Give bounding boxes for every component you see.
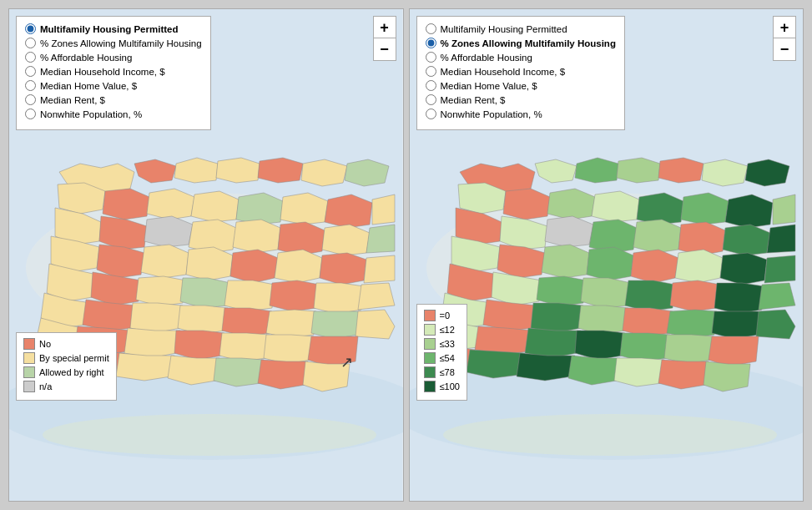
svg-marker-39 xyxy=(270,280,320,311)
svg-marker-53 xyxy=(174,331,224,360)
right-radio-pah[interactable]: % Affordable Housing xyxy=(426,52,616,63)
svg-marker-123 xyxy=(467,350,525,378)
svg-marker-120 xyxy=(664,335,714,364)
svg-marker-55 xyxy=(264,335,314,364)
svg-marker-98 xyxy=(764,255,795,283)
svg-marker-82 xyxy=(773,194,795,225)
legend-swatch-12 xyxy=(424,324,436,336)
svg-marker-7 xyxy=(258,158,303,183)
svg-marker-112 xyxy=(667,310,717,338)
svg-marker-104 xyxy=(670,280,720,311)
svg-marker-40 xyxy=(314,283,364,314)
right-legend: =0 ≤12 ≤33 ≤54 ≤78 ≤100 xyxy=(416,304,467,401)
legend-item-12: ≤12 xyxy=(424,324,460,336)
legend-item-by-right: Allowed by right xyxy=(23,366,109,378)
svg-marker-90 xyxy=(767,225,795,253)
right-zoom-box: + − xyxy=(773,16,796,61)
svg-marker-61 xyxy=(214,358,264,386)
left-zoom-in-button[interactable]: + xyxy=(374,17,396,38)
svg-marker-118 xyxy=(575,331,625,360)
left-radio-pzmh[interactable]: % Zones Allowing Multifamily Housing xyxy=(25,38,202,48)
legend-item-54: ≤54 xyxy=(424,352,460,364)
svg-marker-102 xyxy=(581,278,631,308)
svg-marker-105 xyxy=(714,283,764,314)
left-radio-mhv[interactable]: Median Home Value, $ xyxy=(25,80,202,91)
legend-item-78: ≤78 xyxy=(424,366,460,378)
legend-item-no: No xyxy=(23,338,109,350)
svg-marker-101 xyxy=(537,276,587,306)
right-radio-mhi[interactable]: Median Household Income, $ xyxy=(426,66,616,77)
legend-swatch-by-right xyxy=(23,366,35,378)
svg-marker-127 xyxy=(658,360,709,389)
right-radio-np[interactable]: Nonwhite Population, % xyxy=(426,109,616,119)
svg-marker-128 xyxy=(704,361,750,391)
svg-marker-41 xyxy=(358,283,395,310)
legend-swatch-0 xyxy=(424,310,436,321)
svg-marker-72 xyxy=(658,158,704,183)
svg-marker-38 xyxy=(224,280,275,311)
svg-marker-52 xyxy=(124,328,180,358)
legend-swatch-78 xyxy=(424,366,436,378)
svg-marker-60 xyxy=(168,356,219,385)
svg-marker-59 xyxy=(116,353,174,381)
svg-marker-121 xyxy=(709,336,759,366)
svg-marker-71 xyxy=(617,158,660,183)
left-legend: No By special permit Allowed by right n/… xyxy=(16,332,117,401)
legend-item-special-permit: By special permit xyxy=(23,352,109,364)
left-radio-mr[interactable]: Median Rent, $ xyxy=(25,94,202,105)
legend-swatch-100 xyxy=(424,381,436,392)
right-zoom-in-button[interactable]: + xyxy=(774,17,795,38)
svg-marker-54 xyxy=(219,333,270,361)
left-zoom-out-button[interactable]: − xyxy=(374,38,396,60)
left-radio-mhi[interactable]: Median Household Income, $ xyxy=(25,66,202,77)
svg-marker-106 xyxy=(759,283,795,310)
right-radio-mhv[interactable]: Median Home Value, $ xyxy=(426,80,616,91)
right-zoom-out-button[interactable]: − xyxy=(774,38,795,60)
svg-marker-103 xyxy=(625,280,675,311)
svg-marker-111 xyxy=(623,308,673,336)
svg-marker-117 xyxy=(525,328,581,358)
svg-marker-125 xyxy=(568,356,620,385)
legend-swatch-54 xyxy=(424,352,436,364)
left-zoom-box: + − xyxy=(373,16,396,61)
svg-marker-6 xyxy=(216,158,260,183)
svg-marker-32 xyxy=(320,253,366,285)
svg-marker-17 xyxy=(372,194,395,225)
cursor-indicator: ↗ xyxy=(340,353,353,371)
right-radio-pzmh[interactable]: % Zones Allowing Multifamily Housing xyxy=(426,38,616,48)
legend-item-100: ≤100 xyxy=(424,381,460,392)
left-radio-mhp[interactable]: Multifamily Housing Permitted xyxy=(25,23,202,34)
svg-marker-33 xyxy=(364,255,395,283)
svg-point-64 xyxy=(43,414,376,456)
svg-marker-124 xyxy=(517,353,575,381)
svg-point-129 xyxy=(443,414,777,456)
svg-marker-37 xyxy=(180,278,230,308)
svg-marker-48 xyxy=(311,311,361,339)
svg-marker-44 xyxy=(130,303,183,333)
svg-marker-109 xyxy=(531,303,583,333)
app-container: Multifamily Housing Permitted % Zones Al… xyxy=(0,0,812,510)
legend-swatch-special-permit xyxy=(23,352,35,364)
svg-marker-113 xyxy=(712,311,762,339)
right-radio-mhp[interactable]: Multifamily Housing Permitted xyxy=(426,23,616,34)
legend-item-0: =0 xyxy=(424,310,460,321)
right-controls-box: Multifamily Housing Permitted % Zones Al… xyxy=(416,16,625,130)
right-radio-mr[interactable]: Median Rent, $ xyxy=(426,94,616,105)
legend-swatch-no xyxy=(23,338,35,350)
svg-marker-97 xyxy=(720,253,767,285)
left-map-panel: Multifamily Housing Permitted % Zones Al… xyxy=(8,8,404,502)
svg-marker-46 xyxy=(222,308,272,336)
svg-marker-126 xyxy=(614,358,664,386)
left-controls-box: Multifamily Housing Permitted % Zones Al… xyxy=(16,16,211,130)
left-radio-np[interactable]: Nonwhite Population, % xyxy=(25,109,202,119)
left-radio-pah[interactable]: % Affordable Housing xyxy=(25,52,202,63)
svg-marker-36 xyxy=(136,276,186,306)
legend-item-33: ≤33 xyxy=(424,338,460,350)
legend-item-na: n/a xyxy=(23,381,109,392)
svg-marker-25 xyxy=(366,225,395,253)
right-map-panel: Multifamily Housing Permitted % Zones Al… xyxy=(409,8,804,502)
legend-swatch-na xyxy=(23,381,35,392)
svg-marker-119 xyxy=(620,333,670,361)
svg-marker-62 xyxy=(258,360,308,389)
legend-swatch-33 xyxy=(424,338,436,350)
